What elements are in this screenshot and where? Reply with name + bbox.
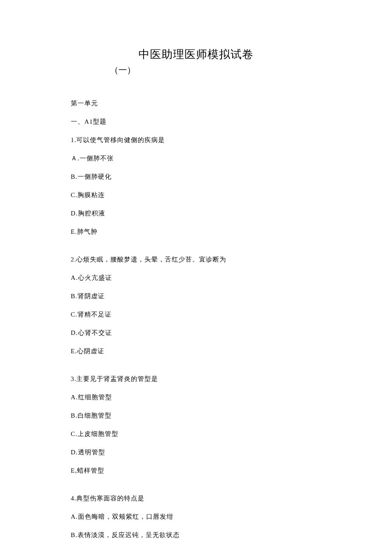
- question-option: D.透明管型: [71, 448, 321, 457]
- question-option: E.心阴虚证: [71, 347, 321, 356]
- spacer: [71, 365, 321, 375]
- exam-subtitle: （一）: [71, 64, 321, 76]
- unit-heading: 第一单元: [71, 99, 321, 108]
- spacer: [71, 485, 321, 494]
- question-stem: 2.心烦失眠，腰酸梦遗，头晕，舌红少苔。宜诊断为: [71, 255, 321, 264]
- question-option: E.肺气肿: [71, 227, 321, 236]
- question-option: B.肾阴虚证: [71, 292, 321, 301]
- question-option: A.面色晦暗，双颊紫红，口唇发绀: [71, 512, 321, 521]
- question-stem: 3.主要见于肾盂肾炎的管型是: [71, 375, 321, 384]
- question-option: C.肾精不足证: [71, 310, 321, 319]
- question-option: B.一侧肺硬化: [71, 172, 321, 181]
- question-option: A.红细胞管型: [71, 393, 321, 402]
- question-option: D.心肾不交证: [71, 328, 321, 337]
- document-page: 中医助理医师模拟试卷 （一） 第一单元 一、A1型题 1.可以使气管移向健侧的疾…: [0, 0, 392, 555]
- question-stem: 4.典型伤寒面容的特点是: [71, 494, 321, 503]
- question-option: C.胸膜粘连: [71, 191, 321, 200]
- question-option: D.胸腔积液: [71, 209, 321, 218]
- section-heading: 一、A1型题: [71, 117, 321, 126]
- question-option: A.心火亢盛证: [71, 273, 321, 282]
- exam-title: 中医助理医师模拟试卷: [71, 47, 321, 62]
- question-option: B.表情淡漠，反应迟钝，呈无欲状态: [71, 531, 321, 540]
- question-option: Ａ.一侧肺不张: [71, 154, 321, 163]
- question-option: B.白细胞管型: [71, 411, 321, 420]
- question-option: C.上皮细胞管型: [71, 430, 321, 439]
- question-option: E,蜡样管型: [71, 466, 321, 475]
- question-stem: 1.可以使气管移向健侧的疾病是: [71, 136, 321, 145]
- spacer: [71, 246, 321, 255]
